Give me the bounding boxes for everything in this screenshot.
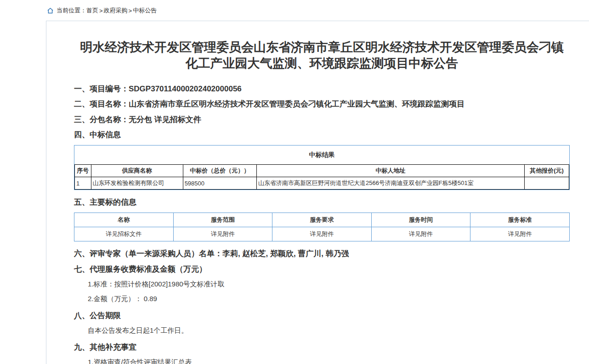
table-cell: 详见附件 (371, 227, 470, 241)
other-item: 1.资格审查/符合性评审结果汇总表 (88, 358, 570, 364)
breadcrumb-link-award-notice[interactable]: 中标公告 (133, 6, 157, 15)
breadcrumb-link-procurement[interactable]: 政府采购 (104, 6, 128, 15)
table-cell: 详见附件 (272, 227, 372, 241)
table-cell (525, 177, 569, 190)
column-header: 中标价（总价（元）） (183, 165, 256, 177)
award-result-table: 中标结果 序号 供应商名称 中标价（总价（元）） 中标人地址 其他报价(元) 1… (74, 145, 570, 190)
section-announcement-period-heading: 八、公告期限 (74, 311, 570, 320)
home-icon[interactable] (47, 7, 54, 14)
column-header: 供应商名称 (91, 165, 183, 177)
agency-fee-standard: 1.标准：按照计价格[2002]1980号文标准计取 (88, 280, 570, 289)
breadcrumb-link-home[interactable]: 首页 (86, 6, 98, 15)
section-project-number: 一、项目编号：SDGP370114000202402000056 (74, 84, 570, 94)
breadcrumb: 当前位置： 首页 > 政府采购 > 中标公告 (0, 0, 589, 21)
column-header: 序号 (75, 165, 91, 177)
content-card: 明水经济技术开发区管理委员会山东省济南市章丘区明水经济技术开发区管理委员会刁镇化… (46, 21, 589, 364)
column-header: 服务标准 (470, 213, 570, 227)
section-package-name: 三、分包名称：无分包 详见招标文件 (74, 115, 570, 124)
table-cell: 山东省济南市高新区巨野河街道世纪大道2566号济南迪亚双创产业园F栋5楼501室 (256, 177, 524, 190)
table-cell: 山东环发检验检测有限公司 (91, 177, 183, 190)
table-cell: 598500 (183, 177, 256, 190)
column-header: 名称 (74, 213, 174, 227)
section-award-info-heading: 四、中标信息 (74, 130, 570, 140)
column-header: 其他报价(元) (525, 165, 569, 177)
column-header: 服务范围 (173, 213, 272, 227)
breadcrumb-separator: > (99, 7, 103, 14)
section-subject-heading: 五、主要标的信息 (74, 197, 570, 207)
breadcrumb-label: 当前位置： (57, 6, 86, 15)
breadcrumb-separator: > (129, 7, 132, 14)
subject-table: 名称 服务范围 服务要求 服务时间 服务标准 详见招标文件 详见附件 详见附件 … (74, 213, 570, 241)
column-header: 服务要求 (272, 213, 372, 227)
section-other-heading: 九、其他补充事宜 (74, 342, 570, 352)
announcement-period-body: 自本公告发布之日起1个工作日。 (88, 326, 570, 335)
table-cell: 详见招标文件 (74, 227, 174, 241)
section-agency-fee-heading: 七、代理服务收费标准及金额（万元） (74, 264, 570, 274)
column-header: 中标人地址 (256, 165, 524, 177)
award-table-grid: 序号 供应商名称 中标价（总价（元）） 中标人地址 其他报价(元) 1 山东环发… (74, 164, 569, 190)
page-title: 明水经济技术开发区管理委员会山东省济南市章丘区明水经济技术开发区管理委员会刁镇化… (74, 39, 570, 71)
table-cell: 详见附件 (470, 227, 570, 241)
award-table-caption: 中标结果 (74, 146, 569, 164)
section-experts: 六、评审专家（单一来源采购人员）名单：李莉, 赵松芝, 郑颖欣, 曹广川, 韩乃… (74, 249, 570, 258)
section-project-name: 二、项目名称：山东省济南市章丘区明水经济技术开发区管理委员会刁镇化工产业园大气监… (74, 99, 570, 109)
table-row: 1 山东环发检验检测有限公司 598500 山东省济南市高新区巨野河街道世纪大道… (75, 177, 569, 190)
column-header: 服务时间 (371, 213, 470, 227)
table-row: 详见招标文件 详见附件 详见附件 详见附件 详见附件 (74, 227, 570, 241)
table-cell: 详见附件 (173, 227, 272, 241)
table-cell: 1 (75, 177, 91, 190)
agency-fee-amount: 2.金额（万元）： 0.89 (88, 294, 570, 303)
table-header-row: 序号 供应商名称 中标价（总价（元）） 中标人地址 其他报价(元) (75, 165, 569, 177)
table-header-row: 名称 服务范围 服务要求 服务时间 服务标准 (74, 213, 570, 227)
